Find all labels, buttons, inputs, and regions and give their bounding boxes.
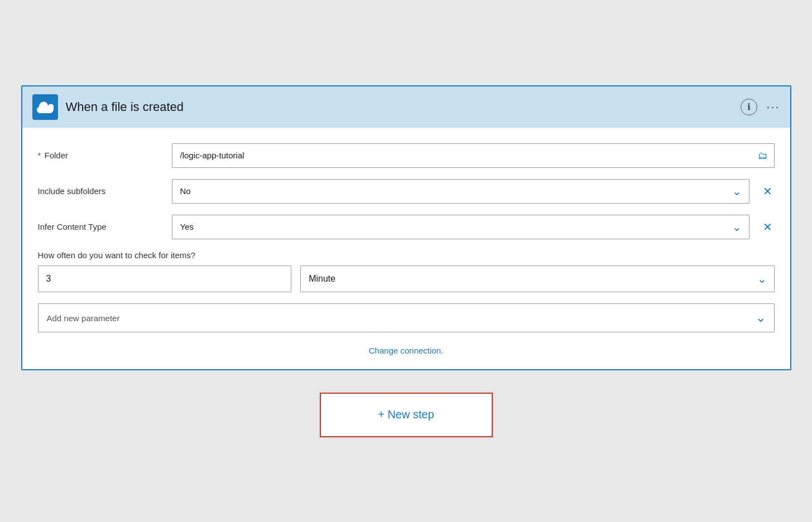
cloud-icon	[37, 101, 54, 113]
add-param-select[interactable]	[38, 303, 775, 332]
header-right: ℹ ···	[741, 99, 780, 115]
include-subfolders-label: Include subfolders	[38, 186, 161, 196]
include-subfolders-row: Include subfolders No Yes ⌄ ✕	[38, 179, 775, 204]
folder-browse-icon[interactable]: 🗂	[758, 149, 768, 161]
header-left: When a file is created	[32, 94, 184, 120]
infer-content-type-label: Infer Content Type	[38, 222, 161, 231]
change-connection-link[interactable]: Change connection.	[369, 346, 443, 355]
frequency-question: How often do you want to check for items…	[38, 250, 775, 260]
folder-input[interactable]	[172, 143, 775, 168]
frequency-number-input[interactable]	[38, 265, 292, 292]
include-subfolders-clear-button[interactable]: ✕	[761, 182, 775, 200]
change-connection-section: Change connection.	[38, 346, 775, 356]
include-subfolders-wrapper: No Yes ⌄	[172, 179, 749, 204]
infer-content-type-wrapper: Yes No ⌄	[172, 215, 749, 239]
cloud-icon-wrapper	[32, 94, 58, 120]
card-header: When a file is created ℹ ···	[22, 86, 790, 128]
required-indicator: *	[38, 151, 41, 160]
new-step-wrapper: + New step	[21, 393, 791, 437]
infer-content-type-row: Infer Content Type Yes No ⌄ ✕	[38, 215, 775, 239]
card-body: * Folder 🗂 Include subfolders No Yes ⌄	[22, 128, 790, 369]
info-button[interactable]: ℹ	[741, 99, 757, 115]
infer-content-type-select[interactable]: Yes No	[172, 215, 749, 239]
infer-content-type-clear-button[interactable]: ✕	[761, 218, 775, 236]
more-options-button[interactable]: ···	[766, 100, 780, 114]
frequency-inputs: Second Minute Hour Day Week Month ⌄	[38, 265, 775, 292]
new-step-button[interactable]: + New step	[320, 393, 493, 437]
folder-row: * Folder 🗂	[38, 143, 775, 168]
add-param-wrapper: Add new parameter ⌄	[38, 303, 775, 332]
frequency-unit-wrapper: Second Minute Hour Day Week Month ⌄	[300, 265, 774, 292]
trigger-card: When a file is created ℹ ··· * Folder 🗂	[21, 85, 791, 370]
frequency-unit-select[interactable]: Second Minute Hour Day Week Month	[300, 265, 774, 292]
folder-label: * Folder	[38, 151, 161, 160]
frequency-section: How often do you want to check for items…	[38, 250, 775, 292]
card-title: When a file is created	[66, 100, 184, 114]
include-subfolders-select[interactable]: No Yes	[172, 179, 749, 204]
folder-input-wrapper: 🗂	[172, 143, 775, 168]
